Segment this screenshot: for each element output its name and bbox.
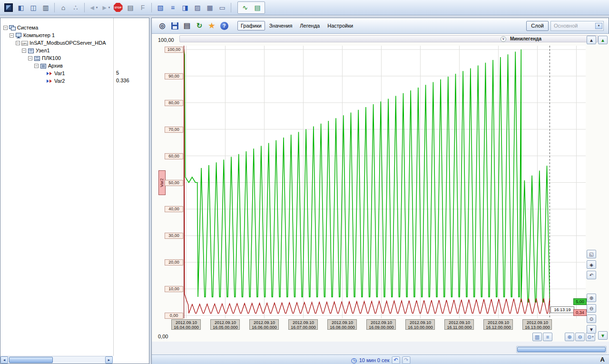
chevron-down-icon[interactable]: ∨ bbox=[501, 36, 506, 42]
help-icon[interactable]: ? bbox=[218, 20, 230, 31]
x-tick-label: 2012.09.1016.05.00.000 bbox=[210, 319, 240, 330]
y-tick-label: 30,00 bbox=[165, 233, 183, 239]
zoom-box-button[interactable]: ⊙ bbox=[587, 315, 596, 323]
tree-item-Архив[interactable]: −Архив bbox=[34, 62, 63, 69]
collapse-up-button[interactable]: ▲ bbox=[598, 36, 608, 44]
pan-button[interactable]: ◈ bbox=[587, 260, 596, 269]
tree-horizontal-scrollbar[interactable]: ◄ ► bbox=[0, 356, 113, 364]
tree-item-label: Var1 bbox=[54, 70, 65, 77]
chart-area: 100,00 ∨ Минилегенда Var2 100,0090,0080,… bbox=[152, 34, 609, 342]
scroll-down-button[interactable]: ▼ bbox=[587, 325, 596, 334]
grid-icon[interactable]: ▦ bbox=[204, 2, 216, 13]
tab-Значения[interactable]: Значения bbox=[266, 21, 296, 30]
scroll-left-button[interactable]: ◄ bbox=[0, 356, 8, 364]
collapse-icon[interactable]: − bbox=[10, 33, 14, 38]
x-tick-label: 2012.09.1016.06.00.000 bbox=[249, 319, 279, 330]
tree-item-Var1[interactable]: Var1 bbox=[40, 69, 65, 77]
collapse-icon[interactable]: − bbox=[16, 41, 20, 45]
minilegend-header[interactable]: ∨ Минилегенда bbox=[179, 35, 598, 42]
chart-vertical-scrollbar: ▲▼ bbox=[598, 36, 608, 341]
steps-icon[interactable]: ∴ bbox=[70, 2, 81, 13]
window-tile-icon[interactable]: ◫ bbox=[28, 2, 39, 13]
collapse-icon[interactable]: − bbox=[34, 64, 39, 68]
favorites-icon[interactable]: ★ bbox=[206, 20, 217, 31]
opc-server-icon: OPC bbox=[21, 40, 28, 46]
tree-item-InSAT_ModbusOPCServer_HDA[interactable]: −OPCInSAT_ModbusOPCServer_HDA bbox=[16, 39, 106, 47]
computer-icon bbox=[15, 32, 22, 39]
tree-column-divider[interactable] bbox=[113, 18, 114, 356]
x-tick-label: 2012.09.1016.13.00.000 bbox=[522, 319, 552, 330]
forward-icon[interactable]: ►▾ bbox=[100, 2, 111, 13]
trend-statusbar: ◷ 10 мин 0 сек ↶ ↷ А bbox=[152, 354, 609, 364]
plot-area[interactable] bbox=[184, 46, 586, 318]
window-columns-icon[interactable]: ▥ bbox=[40, 2, 51, 13]
tree-item-label: Система bbox=[17, 24, 38, 31]
y-tick-label: 50,00 bbox=[165, 180, 183, 186]
collapse-icon[interactable]: − bbox=[3, 26, 8, 30]
collapse-down-button[interactable]: ▼ bbox=[598, 331, 608, 340]
x-tick-label: 2012.09.1016.07.00.000 bbox=[288, 319, 318, 330]
undo-button[interactable]: ↶ bbox=[392, 356, 400, 364]
print-icon[interactable]: ▤ bbox=[181, 20, 193, 31]
zoom-out-button[interactable]: ⊖ bbox=[587, 304, 596, 313]
trend-chart[interactable] bbox=[184, 46, 586, 318]
collapse-icon[interactable]: − bbox=[28, 56, 32, 60]
trend-panel: ◎▤↻★? ГрафикиЗначенияЛегендаНастройки Сл… bbox=[151, 18, 609, 364]
scroll-up-button[interactable]: ▲ bbox=[587, 36, 596, 44]
project-logo-icon[interactable] bbox=[3, 2, 14, 13]
collapse-icon[interactable]: − bbox=[22, 49, 26, 53]
report-view-icon[interactable]: ▤ bbox=[252, 2, 263, 13]
back-icon[interactable]: ◄▾ bbox=[88, 2, 99, 13]
navigator-icon[interactable]: ▧ bbox=[155, 2, 166, 13]
home-icon[interactable]: ⌂ bbox=[58, 2, 69, 13]
y-tick-label: 70,00 bbox=[165, 127, 183, 133]
tree-item-ПЛК100[interactable]: −ПЛК100 bbox=[28, 54, 61, 62]
x-tick-label: 2012.09.1016.09.00.000 bbox=[366, 319, 396, 330]
tab-Графики[interactable]: Графики bbox=[237, 21, 265, 30]
form-editor-icon[interactable]: ▨ bbox=[192, 2, 203, 13]
tab-Легенда[interactable]: Легенда bbox=[296, 21, 323, 30]
scrollbar-thumb[interactable] bbox=[9, 357, 53, 363]
clock-icon[interactable]: ◷ bbox=[351, 356, 357, 364]
tree-item-Узел1[interactable]: −Узел1 bbox=[22, 47, 50, 54]
time-axis-scrollbar[interactable] bbox=[516, 346, 607, 353]
frame-icon[interactable]: ▭ bbox=[216, 2, 228, 13]
system-icon bbox=[9, 25, 16, 31]
time-range-label[interactable]: 10 мин 0 сек bbox=[359, 357, 390, 363]
window-cascade-icon[interactable]: ◧ bbox=[15, 2, 27, 13]
toolbar-separator bbox=[54, 3, 55, 12]
redo-button[interactable]: ↷ bbox=[402, 356, 410, 364]
restore-zoom-button[interactable]: ↶ bbox=[587, 271, 596, 279]
scrollbar-thumb[interactable] bbox=[517, 347, 606, 352]
scroll-right-button[interactable]: ► bbox=[105, 356, 113, 364]
view-icon[interactable]: ◎ bbox=[157, 20, 168, 31]
fit-view-button[interactable]: ◱ bbox=[587, 250, 596, 258]
stop-icon[interactable]: STOP bbox=[112, 2, 124, 13]
font-icon[interactable]: F bbox=[137, 2, 148, 13]
tab-Настройки[interactable]: Настройки bbox=[324, 21, 356, 30]
bars-mode-button[interactable]: ▥ bbox=[532, 333, 542, 341]
chevron-down-icon[interactable]: ▾ bbox=[595, 23, 602, 29]
archive-icon bbox=[40, 63, 47, 69]
zoom-in-button[interactable]: ⊕ bbox=[587, 294, 596, 302]
tree-item-label: Архив bbox=[48, 62, 63, 69]
lines-mode-button[interactable]: ≡ bbox=[543, 333, 552, 341]
scrollbar-track[interactable] bbox=[8, 356, 105, 364]
save-icon[interactable] bbox=[169, 20, 180, 31]
svg-text:OPC: OPC bbox=[22, 42, 28, 45]
tree-item-Компьютер 1[interactable]: −Компьютер 1 bbox=[10, 31, 55, 39]
print-icon[interactable]: ▤ bbox=[125, 2, 136, 13]
tree-item-Var2[interactable]: Var2 bbox=[40, 77, 65, 85]
tree-item-Система[interactable]: −Система bbox=[3, 24, 38, 31]
tree-item-label: Var2 bbox=[54, 78, 65, 85]
trend-view-icon[interactable]: ∿ bbox=[239, 2, 251, 13]
layer-select[interactable]: Основной ▾ bbox=[550, 21, 604, 31]
document-list-icon[interactable]: ≡ bbox=[167, 2, 178, 13]
journal-icon[interactable]: ◨ bbox=[179, 2, 191, 13]
zoom-in-button[interactable]: ⊕ bbox=[565, 333, 574, 341]
application-window: ◧◫▥⌂∴◄▾►▾STOP▤F▧≡◨▨▦▭∿▤ −Система−Компьют… bbox=[0, 0, 609, 364]
zoom-out-button[interactable]: ⊖ bbox=[575, 333, 585, 341]
layer-button[interactable]: Слой bbox=[526, 21, 549, 31]
tree-value-Var2: 0.336 bbox=[116, 77, 129, 85]
refresh-icon[interactable]: ↻ bbox=[194, 20, 205, 31]
